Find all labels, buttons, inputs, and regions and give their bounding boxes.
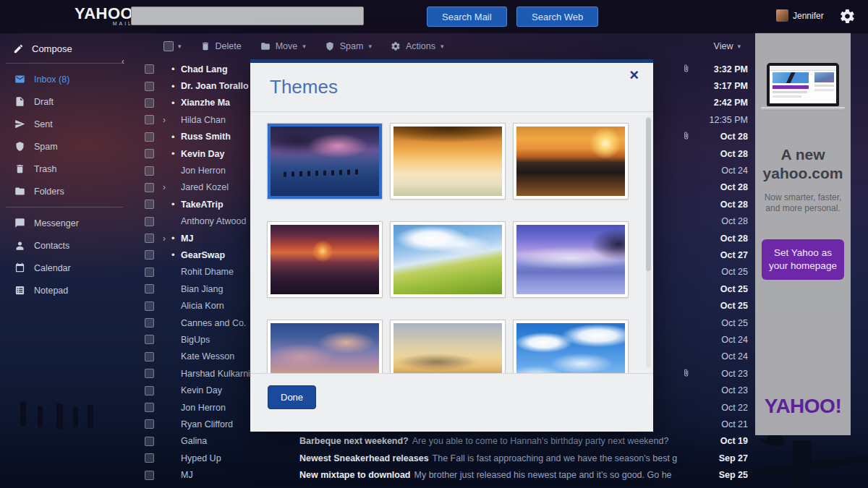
email-timestamp: Oct 25	[694, 284, 752, 294]
email-subject: Barbeque next weekend?Are you able to co…	[299, 436, 682, 446]
row-checkbox[interactable]	[145, 318, 154, 328]
email-subject: Newest Sneakerhead releasesThe Fall is f…	[299, 453, 682, 463]
sidebar-item-trash[interactable]: Trash	[0, 158, 130, 180]
row-checkbox[interactable]	[145, 217, 154, 226]
email-row[interactable]: Hyped UpNewest Sneakerhead releasesThe F…	[130, 450, 752, 466]
search-mail-button[interactable]: Search Mail	[427, 7, 507, 27]
row-checkbox[interactable]	[145, 301, 154, 311]
gear-icon	[391, 41, 401, 51]
replied-arrow-icon: ›	[157, 234, 171, 244]
sidebar-item-messenger[interactable]: Messenger	[0, 212, 130, 234]
sidebar-item-sent[interactable]: Sent	[0, 113, 130, 135]
row-checkbox[interactable]	[145, 403, 154, 412]
yahoo-mail-logo[interactable]: YAHOO! MAIL	[75, 4, 139, 26]
ad-subtext: Now smarter, faster, and more personal.	[762, 192, 843, 215]
theme-thumbnail-flower-field[interactable]	[391, 222, 505, 297]
email-timestamp: Oct 25	[694, 318, 752, 328]
folder-icon	[14, 186, 25, 197]
view-label: View	[714, 41, 733, 51]
row-checkbox[interactable]	[145, 115, 154, 124]
row-checkbox[interactable]	[145, 64, 154, 74]
theme-thumbnail-blue-sky-clouds[interactable]	[514, 320, 628, 374]
mini-photo	[773, 72, 809, 83]
delete-button[interactable]: Delete	[200, 41, 242, 51]
chevron-down-icon: ▾	[302, 43, 306, 50]
email-row[interactable]: GalinaBarbeque next weekend?Are you able…	[130, 433, 752, 450]
mini-text-line	[814, 85, 834, 87]
view-dropdown[interactable]: View ▾	[714, 41, 741, 51]
user-menu[interactable]: Jennifer	[776, 9, 824, 22]
row-checkbox[interactable]	[145, 200, 154, 209]
sidebar-item-calendar[interactable]: Calendar	[0, 257, 130, 279]
theme-thumbnail-golden-sky[interactable]	[391, 320, 505, 374]
email-timestamp: Oct 25	[694, 301, 752, 311]
mini-purple-bar	[773, 85, 809, 89]
calendar-icon	[14, 262, 25, 273]
row-checkbox[interactable]	[145, 267, 154, 277]
row-checkbox[interactable]	[145, 82, 154, 91]
row-checkbox[interactable]	[145, 419, 154, 429]
chevron-down-icon: ▾	[441, 43, 444, 50]
email-timestamp: 3:17 PM	[694, 81, 752, 91]
actions-button[interactable]: Actions ▾	[391, 41, 444, 51]
theme-thumbnail-dusk-clouds[interactable]	[268, 320, 382, 374]
envelope-icon	[14, 74, 25, 85]
row-checkbox[interactable]	[145, 166, 154, 176]
attachment-paperclip-icon	[682, 369, 694, 379]
sidebar-item-inbox[interactable]: Inbox (8)	[0, 68, 130, 90]
attachment-paperclip-icon	[682, 132, 694, 142]
settings-gear-icon[interactable]	[839, 8, 856, 25]
theme-thumbnail-golden-mist[interactable]	[391, 124, 505, 199]
row-checkbox[interactable]	[145, 352, 154, 361]
search-input[interactable]	[131, 7, 364, 25]
replied-arrow-icon: ›	[157, 182, 171, 192]
row-checkbox[interactable]	[145, 284, 154, 294]
row-checkbox[interactable]	[145, 386, 154, 395]
move-button[interactable]: Move ▾	[260, 41, 306, 51]
mini-header	[770, 66, 836, 71]
set-homepage-button[interactable]: Set Yahoo as your homepage	[762, 239, 844, 280]
row-checkbox[interactable]	[145, 437, 154, 446]
row-checkbox[interactable]	[145, 234, 154, 243]
row-checkbox[interactable]	[145, 183, 154, 192]
select-all-checkbox[interactable]: ▾	[163, 41, 182, 51]
theme-thumbnail-beach-sunset[interactable]	[514, 124, 628, 199]
search-web-button[interactable]: Search Web	[516, 7, 598, 27]
spam-button[interactable]: Spam ▾	[325, 41, 372, 51]
email-sender: Galina	[181, 436, 299, 446]
theme-thumbnail-winter-lake[interactable]	[514, 222, 628, 297]
delete-label: Delete	[216, 41, 242, 51]
row-checkbox[interactable]	[145, 471, 154, 480]
row-checkbox[interactable]	[145, 369, 154, 378]
theme-thumbnail-crimson-shore[interactable]	[268, 222, 382, 297]
replied-arrow-icon: ›	[157, 115, 171, 125]
sidebar-item-folders[interactable]: Folders	[0, 180, 130, 202]
collapse-sidebar-icon[interactable]: ‹	[122, 56, 124, 67]
compose-button[interactable]: Compose	[0, 33, 130, 61]
sidebar-item-notepad[interactable]: Notepad	[0, 279, 130, 301]
app: YAHOO! MAIL Search Mail Search Web Jenni…	[0, 0, 868, 488]
email-timestamp: Oct 28	[694, 182, 752, 192]
row-checkbox[interactable]	[145, 149, 154, 158]
row-checkbox[interactable]	[145, 98, 154, 108]
scrollbar-track	[646, 116, 651, 368]
email-sender: Hyped Up	[181, 453, 299, 463]
row-checkbox[interactable]	[145, 250, 154, 260]
theme-thumbnail-twilight-pier[interactable]	[268, 124, 382, 199]
done-button[interactable]: Done	[268, 385, 316, 409]
row-checkbox[interactable]	[145, 335, 154, 344]
row-checkbox[interactable]	[145, 453, 154, 463]
compose-label: Compose	[32, 43, 72, 54]
sidebar-item-contacts[interactable]: Contacts	[0, 234, 130, 257]
unread-dot-icon: •	[171, 148, 181, 159]
close-icon[interactable]: ×	[629, 66, 639, 85]
sidebar-item-draft[interactable]: Draft	[0, 90, 130, 113]
unread-dot-icon: •	[171, 98, 181, 108]
sidebar-item-spam[interactable]: Spam	[0, 135, 130, 158]
scrollbar-thumb[interactable]	[646, 118, 651, 271]
sidebar-divider: ‹	[6, 63, 123, 64]
sidebar-item-label: Calendar	[34, 263, 71, 273]
unread-dot-icon: •	[171, 233, 181, 244]
row-checkbox[interactable]	[145, 132, 154, 142]
email-row[interactable]: MJNew mixtape to downloadMy brother just…	[130, 466, 752, 483]
